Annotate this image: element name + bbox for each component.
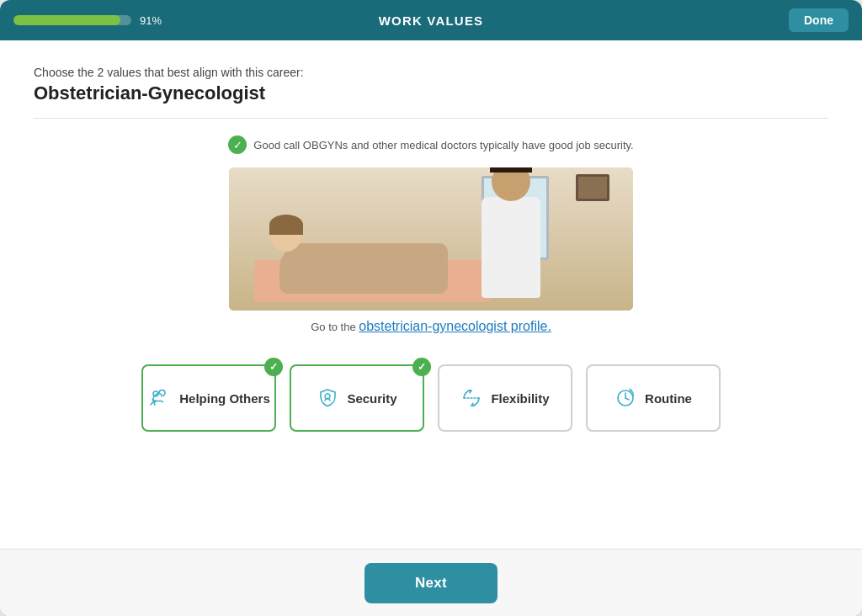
instruction-text: Choose the 2 values that best align with…	[34, 66, 828, 79]
options-row: ✓ Helping Others ✓ Security	[34, 364, 828, 432]
profile-link[interactable]: obstetrician-gynecologist profile.	[359, 319, 551, 333]
routine-icon	[615, 387, 636, 409]
option-flexibility[interactable]: Flexibility	[438, 364, 572, 432]
main-content: Choose the 2 values that best align with…	[0, 40, 862, 549]
page-title: WORK VALUES	[379, 13, 484, 28]
progress-percentage: 91%	[140, 14, 162, 27]
option-label-flexibility: Flexibility	[491, 391, 549, 406]
feedback-message: Good call OBGYNs and other medical docto…	[253, 139, 633, 151]
selected-check-helping-others: ✓	[264, 358, 283, 376]
option-helping-others[interactable]: ✓ Helping Others	[141, 364, 276, 432]
option-security[interactable]: ✓ Security	[290, 364, 424, 432]
header: 91% WORK VALUES Done	[0, 0, 862, 40]
option-label-helping-others: Helping Others	[179, 391, 270, 406]
security-icon	[317, 387, 338, 409]
career-image	[229, 167, 633, 311]
helping-others-icon	[147, 386, 171, 410]
selected-check-security: ✓	[412, 358, 431, 376]
option-label-security: Security	[347, 391, 396, 406]
option-label-routine: Routine	[645, 391, 692, 406]
done-button[interactable]: Done	[789, 8, 849, 32]
career-image-container: Go to the obstetrician-gynecologist prof…	[34, 167, 828, 334]
section-divider	[34, 118, 828, 119]
feedback-check-icon: ✓	[228, 135, 247, 154]
app-frame: 91% WORK VALUES Done Choose the 2 values…	[0, 0, 862, 616]
profile-link-prefix: Go to the	[311, 321, 359, 333]
career-name: Obstetrician-Gynecologist	[34, 82, 828, 104]
next-button[interactable]: Next	[364, 563, 498, 603]
footer: Next	[0, 549, 862, 616]
flexibility-icon	[460, 387, 482, 409]
progress-bar-fill	[13, 15, 120, 25]
progress-bar-background	[13, 15, 131, 25]
profile-link-row: Go to the obstetrician-gynecologist prof…	[311, 319, 551, 334]
feedback-row: ✓ Good call OBGYNs and other medical doc…	[34, 135, 828, 154]
option-routine[interactable]: Routine	[586, 364, 721, 432]
